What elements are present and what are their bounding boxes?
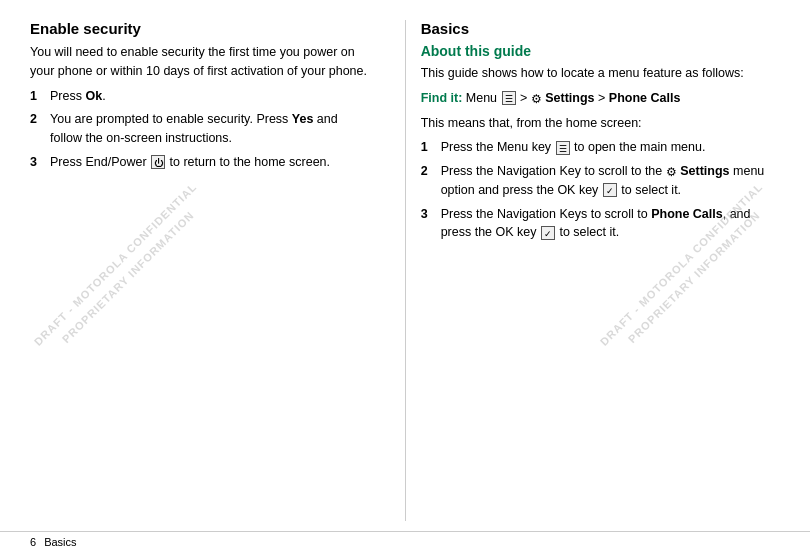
right-step-2-text: Press the Navigation Key to scroll to th…	[441, 162, 780, 200]
settings-label: Settings	[545, 91, 594, 105]
step-1-text: Press Ok.	[50, 87, 106, 106]
end-power-icon: ⏻	[151, 155, 165, 169]
right-intro-text: This guide shows how to locate a menu fe…	[421, 64, 780, 83]
menu-key-icon: ☰	[556, 141, 570, 155]
left-intro-text: You will need to enable security the fir…	[30, 43, 370, 81]
phone-calls-label: Phone Calls	[609, 91, 681, 105]
step-3-text: Press End/Power ⏻ to return to the home …	[50, 153, 330, 172]
settings-bold: Settings	[680, 164, 729, 178]
right-step-3: 3 Press the Navigation Keys to scroll to…	[421, 205, 780, 243]
phone-calls-bold: Phone Calls	[651, 207, 723, 221]
right-column: Basics About this guide This guide shows…	[411, 20, 780, 521]
left-steps-list: 1 Press Ok. 2 You are prompted to enable…	[30, 87, 370, 172]
menu-icon: ☰	[502, 91, 516, 105]
find-it-line: Find it: Menu ☰ > ⚙ Settings > Phone Cal…	[421, 89, 780, 108]
about-guide-subheading: About this guide	[421, 43, 780, 59]
ok-label: Ok	[85, 89, 102, 103]
right-step-number-2: 2	[421, 162, 437, 181]
watermark-line2: PROPRIETARY INFORMATION	[43, 191, 214, 362]
yes-label: Yes	[292, 112, 314, 126]
right-steps-list: 1 Press the Menu key ☰ to open the main …	[421, 138, 780, 242]
right-step-1-text: Press the Menu key ☰ to open the main me…	[441, 138, 706, 157]
left-step-2: 2 You are prompted to enable security. P…	[30, 110, 370, 148]
settings-gear-icon: ⚙	[666, 165, 677, 179]
right-step-3-text: Press the Navigation Keys to scroll to P…	[441, 205, 780, 243]
left-section-heading: Enable security	[30, 20, 370, 37]
left-column: Enable security You will need to enable …	[30, 20, 400, 521]
right-section-heading: Basics	[421, 20, 780, 37]
left-step-3: 3 Press End/Power ⏻ to return to the hom…	[30, 153, 370, 172]
page-container: Enable security You will need to enable …	[0, 0, 810, 556]
column-divider	[405, 20, 406, 521]
ok-key-icon-2: ✓	[541, 226, 555, 240]
content-area: Enable security You will need to enable …	[0, 0, 810, 531]
left-step-1: 1 Press Ok.	[30, 87, 370, 106]
step-number-1: 1	[30, 87, 46, 106]
footer-section-label: Basics	[44, 536, 76, 548]
watermark-left: DRAFT - MOTOROLA CONFIDENTIAL PROPRIETAR…	[31, 179, 215, 363]
step-2-text: You are prompted to enable security. Pre…	[50, 110, 370, 148]
gear-icon: ⚙	[531, 91, 542, 105]
step-number-2: 2	[30, 110, 46, 129]
explanation-text: This means that, from the home screen:	[421, 114, 780, 133]
right-step-number-1: 1	[421, 138, 437, 157]
right-step-1: 1 Press the Menu key ☰ to open the main …	[421, 138, 780, 157]
watermark-line1: DRAFT - MOTOROLA CONFIDENTIAL	[31, 179, 202, 350]
find-it-label: Find it:	[421, 91, 463, 105]
step-number-3: 3	[30, 153, 46, 172]
page-number: 6	[30, 536, 36, 548]
page-footer: 6 Basics	[0, 531, 810, 556]
right-step-number-3: 3	[421, 205, 437, 224]
ok-key-icon: ✓	[603, 183, 617, 197]
right-step-2: 2 Press the Navigation Key to scroll to …	[421, 162, 780, 200]
